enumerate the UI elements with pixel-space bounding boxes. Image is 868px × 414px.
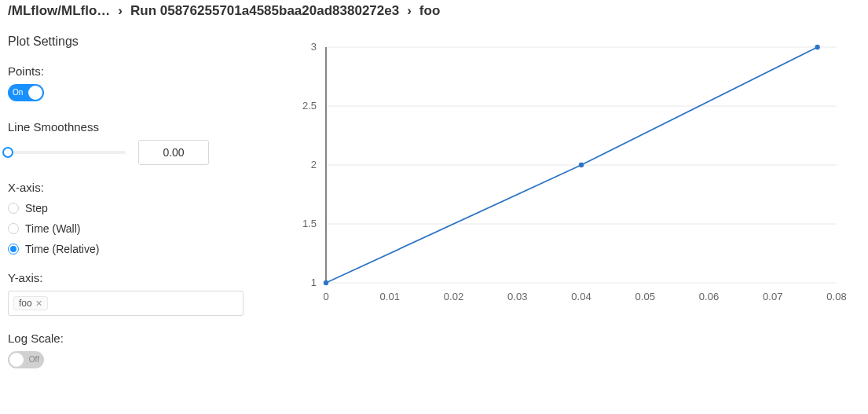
svg-point-21	[579, 163, 584, 167]
metric-chart: 11.522.5300.010.020.030.040.050.060.070.…	[271, 24, 868, 412]
svg-text:2: 2	[311, 159, 317, 170]
svg-text:1: 1	[311, 277, 317, 288]
logscale-toggle-label: Off	[29, 351, 39, 368]
svg-text:1.5: 1.5	[302, 218, 317, 229]
breadcrumb-run[interactable]: Run 05876255701a4585baa20ad8380272e3	[130, 3, 399, 19]
logscale-group: Log Scale: Off	[8, 332, 265, 372]
yaxis-tag-foo: foo ✕	[13, 296, 48, 310]
chevron-right-icon: ›	[118, 3, 123, 19]
xaxis-radio-time-wall[interactable]: Time (Wall)	[8, 222, 265, 235]
slider-handle[interactable]	[2, 147, 13, 158]
radio-label: Step	[25, 202, 48, 214]
svg-text:0.05: 0.05	[635, 291, 655, 302]
xaxis-group: X-axis: Step Time (Wall) Time (Relative)	[8, 181, 265, 255]
xaxis-radio-list: Step Time (Wall) Time (Relative)	[8, 202, 265, 255]
points-group: Points: On	[8, 64, 265, 104]
yaxis-label: Y-axis:	[8, 271, 265, 284]
smoothness-label: Line Smoothness	[8, 120, 265, 134]
yaxis-group: Y-axis: foo ✕	[8, 271, 265, 316]
breadcrumb: /MLflow/MLflo… › Run 05876255701a4585baa…	[0, 0, 868, 24]
toggle-knob	[28, 86, 42, 100]
chevron-right-icon: ›	[407, 3, 412, 19]
xaxis-radio-time-relative[interactable]: Time (Relative)	[8, 243, 265, 255]
smoothness-group: Line Smoothness 0.00	[8, 120, 265, 165]
toggle-knob	[9, 353, 24, 367]
logscale-label: Log Scale:	[8, 332, 265, 345]
logscale-toggle[interactable]: Off	[8, 351, 44, 368]
svg-text:3: 3	[311, 41, 317, 53]
points-toggle[interactable]: On	[8, 84, 44, 101]
smoothness-slider[interactable]	[8, 151, 126, 154]
points-label: Points:	[8, 64, 265, 78]
tag-label: foo	[19, 298, 32, 309]
radio-icon	[8, 223, 19, 234]
svg-point-22	[815, 45, 819, 49]
yaxis-tag-input[interactable]: foo ✕	[8, 291, 244, 316]
svg-point-20	[324, 280, 328, 285]
plot-settings-panel: Plot Settings Points: On Line Smoothness…	[0, 24, 271, 412]
svg-text:0.03: 0.03	[507, 291, 527, 302]
smoothness-value-input[interactable]: 0.00	[138, 140, 209, 165]
close-icon[interactable]: ✕	[35, 299, 42, 309]
svg-text:0.04: 0.04	[571, 291, 591, 302]
radio-label: Time (Relative)	[25, 243, 99, 255]
svg-text:0.08: 0.08	[826, 291, 846, 302]
svg-text:0.07: 0.07	[763, 291, 782, 302]
breadcrumb-path[interactable]: /MLflow/MLflo…	[8, 3, 110, 19]
radio-icon	[8, 244, 19, 255]
svg-text:0.06: 0.06	[699, 291, 719, 302]
svg-text:2.5: 2.5	[302, 100, 317, 112]
svg-text:0.02: 0.02	[444, 291, 463, 302]
xaxis-label: X-axis:	[8, 181, 265, 194]
chart-svg: 11.522.5300.010.020.030.040.050.060.070.…	[271, 31, 852, 314]
plot-settings-title: Plot Settings	[8, 35, 265, 49]
svg-text:0: 0	[323, 291, 328, 302]
svg-text:0.01: 0.01	[380, 291, 400, 302]
points-toggle-label: On	[13, 84, 23, 101]
radio-icon	[8, 203, 19, 214]
breadcrumb-metric: foo	[419, 3, 440, 19]
xaxis-radio-step[interactable]: Step	[8, 202, 265, 214]
radio-label: Time (Wall)	[25, 222, 81, 235]
